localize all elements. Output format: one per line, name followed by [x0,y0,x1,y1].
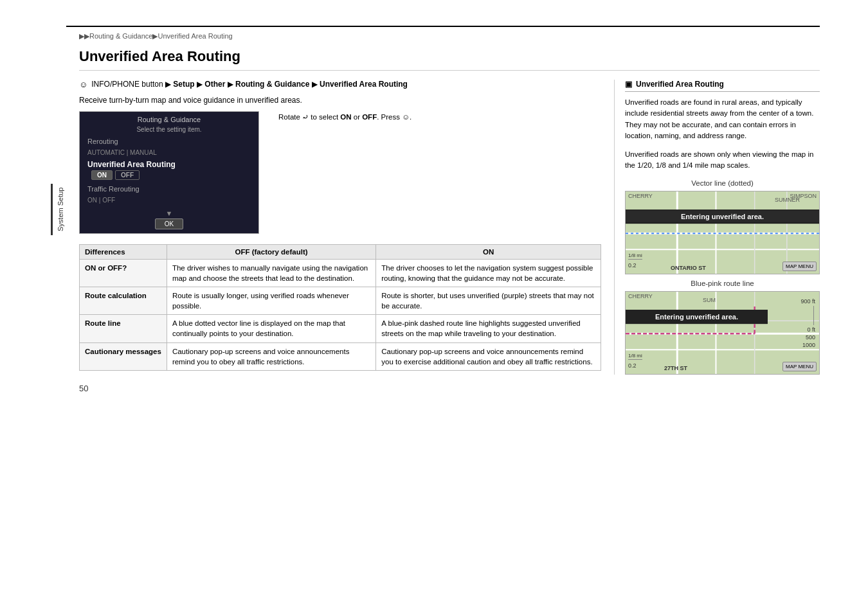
map-ontario-st: ONTARIO ST [671,265,706,271]
panel-title-text: Unverified Area Routing [636,80,724,89]
table-row: ON or OFF?The driver wishes to manually … [80,260,601,287]
panel-text-1: Unverified roads are found in rural area… [625,97,820,141]
screen-rotate-row: Routing & Guidance Select the setting it… [79,111,601,234]
row-on: A blue-pink dashed route line highlights… [376,315,601,342]
col-header-off: OFF (factory default) [167,245,375,260]
map-menu-btn-2[interactable]: MAP MENU [782,362,817,371]
map-scale-1: 1/8 mi [628,253,642,260]
row-on: The driver chooses to let the navigation… [376,260,601,287]
row-off: The driver wishes to manually navigate u… [167,260,375,287]
row-label: Cautionary messages [80,342,167,370]
toggle-off[interactable]: OFF [115,170,140,180]
row-off: A blue dotted vector line is displayed o… [167,315,375,342]
sidebar: System Setup [48,26,66,393]
breadcrumb: ▶▶Routing & Guidance▶Unverified Area Rou… [79,32,820,40]
vector-line-label: Vector line (dotted) [625,179,820,187]
map-label-sum: SUM [703,297,716,303]
map-image-1: Entering unverified area. CHERRY SUMNER … [625,191,820,274]
map-label-top: CHERRY [628,193,653,199]
row-on: Cautionary pop-up screens and voice anno… [376,342,601,370]
table-row: Cautionary messagesCautionary pop-up scr… [80,342,601,370]
screen-item-unverified: Unverified Area Routing ON OFF [84,158,255,183]
toggle-on[interactable]: ON [91,170,113,180]
two-col-layout: ☺ INFO/PHONE button ▶ Setup ▶ Other ▶ Ro… [79,80,820,393]
blue-pink-label: Blue-pink route line [625,280,820,287]
right-panel: ▣ Unverified Area Routing Unverified roa… [614,80,820,375]
table-row: Route lineA blue dotted vector line is d… [80,315,601,342]
rotate-instruction: Rotate ⤾ to select ON or OFF. Press ☺. [278,111,601,234]
map-scale-bar: 900 ft 0 ft 500 1000 [800,298,815,348]
row-off: Cautionary pop-up screens and voice anno… [167,342,375,370]
map-banner-2: Entering unverified area. [626,310,768,324]
ok-button[interactable]: OK [155,218,183,229]
map-banner-1: Entering unverified area. [626,211,819,222]
screen-item-traffic: Traffic Rerouting [84,183,255,195]
col-header-differences: Differences [80,245,167,260]
row-label: ON or OFF? [80,260,167,287]
map-dist-2: 0.2 [628,362,637,369]
info-icon: ☺ [79,80,87,89]
page-number: 50 [79,384,601,393]
screen-item-on-off: ON | OFF [84,195,255,206]
row-label: Route calculation [80,287,167,315]
map-label-simpson: SIMPSON [790,193,817,199]
instruction-text: INFO/PHONE button ▶ Setup ▶ Other ▶ Rout… [91,80,408,89]
map-label-cherry-2: CHERRY [628,293,653,299]
row-off: Route is usually longer, using verified … [167,287,375,315]
row-on: Route is shorter, but uses unverified (p… [376,287,601,315]
panel-section-title: ▣ Unverified Area Routing [625,80,820,92]
instruction-line: ☺ INFO/PHONE button ▶ Setup ▶ Other ▶ Ro… [79,80,601,89]
map-image-2: Entering unverified area. 900 ft 0 ft 50… [625,291,820,375]
panel-text-2: Unverified roads are shown only when vie… [625,149,820,172]
description-text: Receive turn-by-turn map and voice guida… [79,96,601,105]
panel-icon: ▣ [625,80,632,89]
screen-item-rerouting: Rerouting [84,136,255,147]
table-row: Route calculationRoute is usually longer… [80,287,601,315]
differences-table: Differences OFF (factory default) ON ON … [79,244,601,371]
sidebar-label: System Setup [51,184,64,235]
map-dist-1: 0.2 [628,262,637,269]
page-title: Unverified Area Routing [79,48,820,71]
screen-ok-area: ▼ OK [84,209,255,229]
row-label: Route line [80,315,167,342]
main-content: ▶▶Routing & Guidance▶Unverified Area Rou… [66,26,820,393]
screen-mockup: Routing & Guidance Select the setting it… [79,111,259,234]
col-header-on: ON [376,245,601,260]
screen-item-auto-manual: AUTOMATIC | MANUAL [84,147,255,158]
screen-toggle: ON OFF [87,169,251,181]
screen-subtitle: Select the setting item. [84,126,255,133]
map-27th-st: 27TH ST [664,365,687,371]
map-menu-btn-1[interactable]: MAP MENU [782,262,817,271]
left-column: ☺ INFO/PHONE button ▶ Setup ▶ Other ▶ Ro… [79,80,601,393]
screen-title: Routing & Guidance [84,116,255,123]
map-scale-2: 1/8 mi [628,353,642,360]
